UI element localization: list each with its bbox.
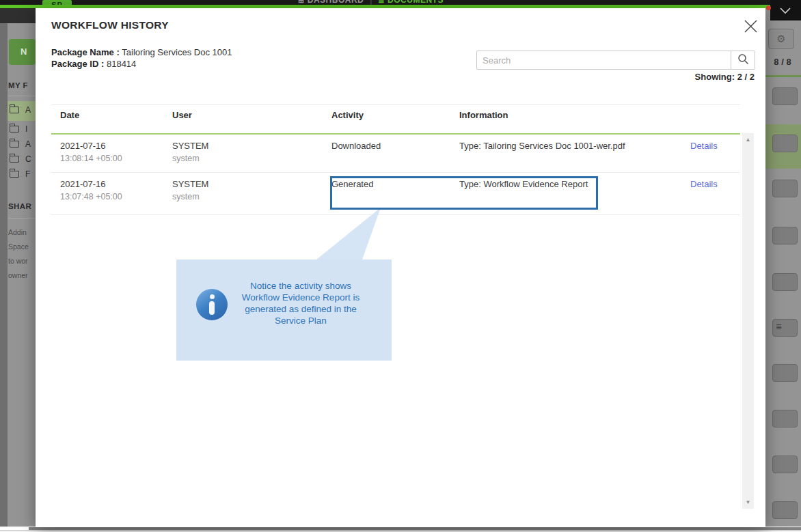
details-link[interactable]: Details [690, 179, 740, 214]
label-separator: : [114, 47, 122, 57]
sidebar-folder: A [10, 105, 31, 115]
column-header-information: Information [459, 110, 690, 120]
background-button [772, 410, 798, 428]
package-name-label: Package Name [51, 47, 114, 57]
nav-documents[interactable]: ≣DOCUMENTS [378, 0, 444, 5]
sidebar-text: owner [8, 271, 28, 279]
document-count: 8 / 8 [768, 57, 797, 67]
background-button [772, 273, 798, 291]
list-icon: ≣ [776, 323, 782, 331]
chevron-down-icon [779, 7, 791, 14]
divider [8, 218, 36, 219]
cell-time: 13:07:48 +05:00 [60, 192, 172, 201]
user-menu-button[interactable] [770, 0, 801, 20]
column-header-activity: Activity [331, 110, 459, 120]
sidebar-folder: F [10, 169, 30, 179]
app-logo[interactable]: SP [42, 0, 72, 5]
background-right-panel: ⚙ 8 / 8 ≣ [765, 8, 801, 527]
table-scrollbar[interactable]: ▲ ▼ [742, 133, 754, 509]
nav-dashboard[interactable]: ⊞DASHBOARD [298, 0, 364, 5]
background-button [772, 456, 798, 473]
cell-user-sub: system [172, 192, 331, 201]
cell-user: SYSTEM [172, 141, 331, 151]
modal-title: WORKFLOW HISTORY [51, 19, 169, 31]
background-button [772, 501, 798, 519]
cell-date: 2021-07-16 [60, 179, 172, 189]
table-row: 2021-07-1613:08:14 +05:00 SYSTEMsystem D… [51, 135, 740, 173]
my-folders-heading: MY F [8, 81, 28, 89]
background-button [772, 364, 798, 382]
package-id-label: Package ID [51, 59, 98, 69]
close-button[interactable] [742, 18, 760, 36]
folder-icon [10, 107, 19, 113]
panel-accent-line [765, 75, 801, 77]
background-sidebar: N MY F A I A C F SHAR Addin Space to wor… [0, 0, 36, 527]
sidebar-text: Addin [8, 228, 27, 236]
close-icon [742, 18, 760, 36]
list-icon: ≣ [378, 0, 385, 5]
search-input[interactable] [476, 51, 731, 70]
app-header: SP ⊞DASHBOARD | ≣DOCUMENTS [0, 0, 801, 5]
column-header-user: User [172, 110, 331, 120]
notification-dot [766, 5, 771, 10]
background-button: ≣ [772, 319, 798, 337]
background-button [772, 180, 798, 197]
background-button [772, 227, 798, 244]
sidebar-folder: I [10, 124, 27, 134]
nav-separator: | [370, 0, 372, 5]
folder-icon [10, 126, 19, 132]
table-header-row: Date User Activity Information [51, 110, 740, 120]
grid-icon: ⊞ [298, 0, 305, 5]
workflow-history-modal: WORKFLOW HISTORY Package Name : Tailorin… [36, 8, 765, 527]
scroll-up-icon[interactable]: ▲ [742, 137, 754, 143]
package-info: Package Name : Tailoring Services Doc 10… [51, 46, 232, 70]
package-id-value: 818414 [107, 59, 136, 69]
callout-pointer [312, 206, 384, 260]
sidebar-text: to wor [8, 257, 28, 265]
cell-user-sub: system [172, 154, 331, 163]
settings-button: ⚙ [768, 29, 794, 49]
search-button[interactable] [731, 51, 755, 70]
background-button [772, 135, 798, 152]
folder-icon [10, 171, 19, 178]
column-header-date: Date [60, 110, 172, 120]
info-callout: Notice the activity shows Workflow Evide… [176, 260, 392, 361]
shared-heading: SHAR [8, 202, 31, 210]
sidebar-dark-rail [0, 23, 8, 527]
sidebar-folder: A [10, 139, 31, 149]
cell-user: SYSTEM [172, 179, 331, 189]
scroll-down-icon[interactable]: ▼ [742, 499, 754, 505]
info-icon [196, 289, 228, 320]
screen: SP ⊞DASHBOARD | ≣DOCUMENTS N MY F A I A … [0, 0, 801, 532]
background-button [772, 87, 798, 105]
folder-icon [10, 141, 19, 148]
label-separator: : [98, 59, 107, 69]
annotation-highlight-box [330, 176, 598, 210]
gear-icon: ⚙ [776, 33, 785, 44]
cell-date: 2021-07-16 [60, 141, 172, 151]
sidebar-folder: C [10, 154, 31, 164]
details-link[interactable]: Details [690, 141, 740, 172]
folder-icon [10, 156, 19, 163]
top-nav: ⊞DASHBOARD | ≣DOCUMENTS [298, 0, 444, 5]
new-button: N [9, 39, 36, 65]
showing-count: Showing: 2 / 2 [695, 72, 755, 82]
cell-activity: Downloaded [331, 141, 459, 172]
divider [8, 96, 36, 96]
sidebar-text: Space [8, 242, 29, 251]
package-name-value: Tailoring Services Doc 1001 [122, 47, 232, 57]
table-top-border [51, 104, 740, 105]
cell-information: Type: Tailoring Services Doc 1001-wer.pd… [459, 141, 690, 172]
callout-text: Notice the activity shows Workflow Evide… [228, 280, 373, 326]
search-bar [476, 51, 755, 70]
cell-time: 13:08:14 +05:00 [60, 154, 172, 163]
search-icon [737, 53, 749, 65]
